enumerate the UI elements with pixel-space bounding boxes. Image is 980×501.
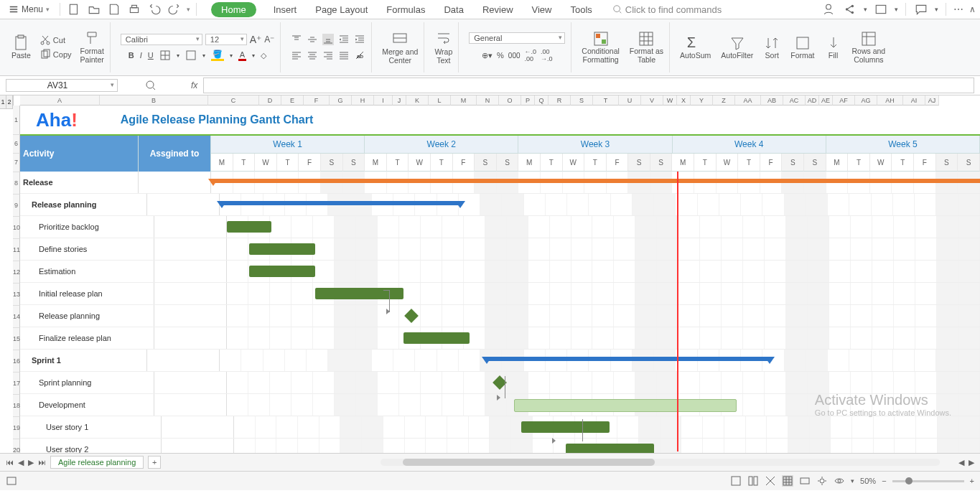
font-color-icon[interactable]: A xyxy=(238,50,246,61)
align-left-icon[interactable] xyxy=(291,50,302,61)
col-header[interactable]: B xyxy=(100,95,208,106)
tab-formulas[interactable]: Formulas xyxy=(385,2,426,17)
chevron-down-icon[interactable]: ▾ xyxy=(177,52,179,59)
activity-cell[interactable]: Development xyxy=(20,394,154,416)
sort-icon[interactable] xyxy=(763,34,780,52)
chevron-down-icon[interactable]: ▾ xyxy=(202,52,205,59)
currency-icon[interactable]: ⊕▾ xyxy=(482,51,493,60)
activity-cell[interactable]: Estimation xyxy=(20,261,154,282)
zoom-out-icon[interactable]: − xyxy=(882,477,886,485)
activity-cell[interactable]: Finalize release plan xyxy=(20,327,154,349)
new-file-icon[interactable] xyxy=(66,1,82,17)
cut-button[interactable]: Cut xyxy=(38,34,73,47)
outline-header[interactable]: 1 2 xyxy=(0,95,14,109)
timeline-cell[interactable] xyxy=(220,194,980,215)
col-header[interactable]: I xyxy=(374,95,393,106)
col-header[interactable]: AA xyxy=(735,95,761,106)
indent-increase-icon[interactable] xyxy=(354,34,365,45)
wrap-text-icon[interactable] xyxy=(435,29,452,47)
assigned-cell[interactable] xyxy=(162,439,234,453)
col-header[interactable]: T xyxy=(593,95,619,106)
tab-home[interactable]: Home xyxy=(211,2,256,17)
formula-input[interactable] xyxy=(203,78,974,93)
col-header[interactable]: AI xyxy=(903,95,925,106)
col-header[interactable]: O xyxy=(499,95,521,106)
col-header[interactable]: N xyxy=(477,95,499,106)
print-icon[interactable] xyxy=(126,1,142,17)
zoom-in-icon[interactable]: + xyxy=(970,477,974,485)
options-icon[interactable] xyxy=(6,475,17,487)
view-page-icon[interactable] xyxy=(747,475,759,487)
row-header[interactable]: 20 xyxy=(13,439,20,453)
timeline-cell[interactable] xyxy=(227,394,980,416)
cell-style-icon[interactable] xyxy=(185,50,197,61)
sheet-tab[interactable]: Agile release planning xyxy=(50,456,144,469)
add-sheet-button[interactable]: + xyxy=(148,456,161,469)
activity-cell[interactable]: Release planning xyxy=(20,305,154,327)
timeline-cell[interactable] xyxy=(227,305,980,327)
first-sheet-icon[interactable]: ⏮ xyxy=(6,458,14,467)
assigned-cell[interactable] xyxy=(147,194,220,215)
focus-icon[interactable] xyxy=(816,475,828,487)
eye-icon[interactable] xyxy=(834,475,845,487)
prev-sheet-icon[interactable]: ◀ xyxy=(18,458,24,467)
decrease-decimal-icon[interactable]: .00→.0 xyxy=(541,48,553,62)
more-icon[interactable]: ⋯ xyxy=(953,4,963,15)
timeline-cell[interactable] xyxy=(220,350,980,371)
paste-label[interactable]: Paste xyxy=(11,52,31,60)
col-header[interactable]: AH xyxy=(877,95,903,106)
autofilter-icon[interactable] xyxy=(729,34,746,52)
indent-decrease-icon[interactable] xyxy=(338,34,350,45)
activity-cell[interactable]: User story 1 xyxy=(20,416,162,438)
timeline-cell[interactable] xyxy=(234,416,980,438)
row-header[interactable]: 12 xyxy=(13,261,20,284)
zoom-icon[interactable] xyxy=(145,80,157,91)
zoom-slider[interactable] xyxy=(892,480,964,482)
format-icon[interactable] xyxy=(794,34,811,52)
activity-cell[interactable]: Define stories xyxy=(20,238,154,260)
view-break-icon[interactable] xyxy=(765,475,776,487)
scroll-right-icon[interactable]: ▶ xyxy=(969,458,974,467)
col-header[interactable]: AF xyxy=(833,95,855,106)
col-header[interactable]: AG xyxy=(855,95,877,106)
timeline-cell[interactable] xyxy=(227,238,980,260)
assigned-cell[interactable] xyxy=(154,394,227,416)
col-header[interactable]: C xyxy=(208,95,259,106)
increase-font-icon[interactable]: A⁺ xyxy=(250,34,261,45)
row-header[interactable]: 16 xyxy=(13,350,20,373)
col-header[interactable]: D xyxy=(259,95,281,106)
row-headers[interactable]: 167891011121314151617181920 xyxy=(13,106,20,453)
activity-cell[interactable]: Sprint 1 xyxy=(20,350,147,371)
paste-icon[interactable] xyxy=(12,34,29,52)
row-header[interactable]: 17 xyxy=(13,373,20,395)
timeline-cell[interactable] xyxy=(227,327,980,349)
borders-icon[interactable] xyxy=(159,50,171,61)
row-header[interactable]: 19 xyxy=(13,417,20,439)
chevron-down-icon[interactable]: ▾ xyxy=(252,52,255,59)
bold-button[interactable]: B xyxy=(129,51,134,60)
format-painter-label[interactable]: Format Painter xyxy=(80,47,104,64)
rows-cols-icon[interactable] xyxy=(860,30,877,47)
fill-icon[interactable] xyxy=(825,34,842,52)
col-header[interactable]: K xyxy=(406,95,429,106)
assigned-cell[interactable] xyxy=(154,372,227,393)
col-header[interactable]: X xyxy=(677,95,691,106)
chevron-down-icon[interactable]: ▾ xyxy=(851,477,854,484)
format-painter-icon[interactable] xyxy=(83,30,101,47)
autosum-icon[interactable]: Σ xyxy=(687,34,704,52)
window-icon[interactable] xyxy=(873,1,889,17)
decrease-font-icon[interactable]: A⁻ xyxy=(264,34,274,45)
save-icon[interactable] xyxy=(106,1,122,17)
timeline-cell[interactable] xyxy=(227,372,980,393)
assigned-cell[interactable] xyxy=(162,416,234,438)
assigned-cell[interactable] xyxy=(154,238,227,260)
align-bottom-icon[interactable] xyxy=(322,34,334,45)
col-header[interactable]: Q xyxy=(535,95,549,106)
copy-button[interactable]: Copy xyxy=(38,48,73,61)
row-header[interactable]: 8 xyxy=(13,172,20,195)
row-header[interactable]: 18 xyxy=(13,395,20,417)
align-center-icon[interactable] xyxy=(307,50,318,61)
row-header[interactable]: 1 xyxy=(13,106,20,135)
collapse-ribbon-icon[interactable]: ∧ xyxy=(969,4,976,14)
assigned-cell[interactable] xyxy=(147,350,220,371)
